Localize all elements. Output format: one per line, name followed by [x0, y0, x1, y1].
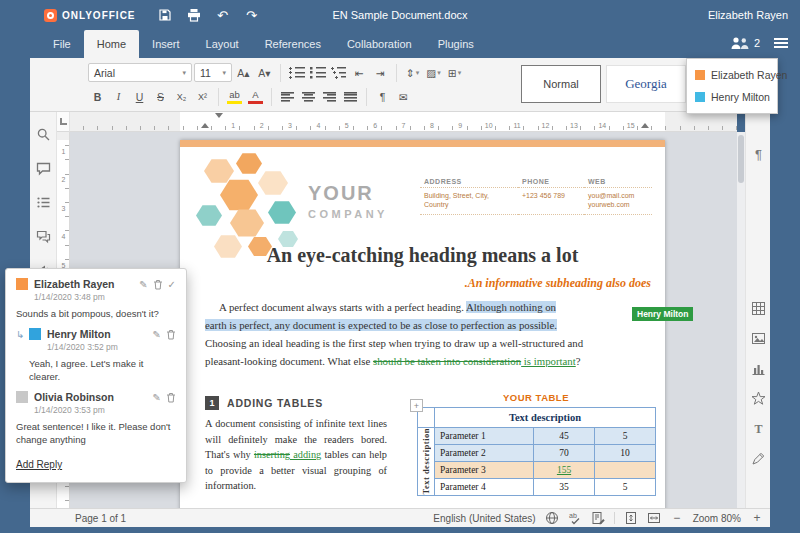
vertical-scrollbar[interactable]	[737, 132, 745, 508]
tracked-deletion: should be taken into consideration	[373, 355, 521, 367]
multilevel-list-button[interactable]	[329, 63, 348, 82]
collab-user-row[interactable]: Elizabeth Rayen	[687, 64, 777, 86]
print-icon	[187, 8, 201, 22]
numbered-list-icon	[310, 67, 326, 79]
coediting-user-marker: Henry Milton	[632, 307, 693, 321]
right-indent-marker[interactable]	[641, 123, 649, 128]
delete-comment-icon[interactable]	[166, 392, 176, 403]
comments-button[interactable]	[35, 160, 52, 177]
decrement-font-button[interactable]: A▾	[255, 63, 274, 82]
style-georgia[interactable]: Georgia	[606, 65, 686, 103]
language-selector[interactable]: English (United States)	[433, 513, 535, 524]
document-page[interactable]: YOUR COMPANY ADDRESS PHONE WEB Building,…	[180, 140, 665, 508]
company-name-top: YOUR	[308, 182, 388, 205]
paragraph-shading-button[interactable]: ▨▾	[424, 63, 443, 82]
company-name: YOUR COMPANY	[308, 182, 388, 220]
align-left-button[interactable]	[278, 87, 297, 106]
table-move-handle[interactable]: +	[410, 399, 423, 412]
tab-collaboration[interactable]: Collaboration	[334, 30, 425, 58]
collab-user-row[interactable]: Henry Milton	[687, 86, 777, 108]
zoom-in-button[interactable]: +	[750, 511, 764, 525]
tab-stop-selector[interactable]	[57, 112, 70, 132]
resolve-comment-icon[interactable]: ✓	[168, 279, 176, 290]
delete-comment-icon[interactable]	[153, 279, 163, 290]
tab-insert[interactable]: Insert	[139, 30, 193, 58]
align-justify-button[interactable]	[341, 87, 360, 106]
tab-references[interactable]: References	[252, 30, 334, 58]
tab-layout[interactable]: Layout	[193, 30, 252, 58]
mail-merge-button[interactable]: ✉	[394, 87, 413, 106]
first-line-indent-marker[interactable]	[215, 113, 223, 118]
italic-button[interactable]: I	[109, 87, 128, 106]
signature-settings-button[interactable]	[750, 450, 767, 467]
strikethrough-button[interactable]: S	[151, 87, 170, 106]
align-center-button[interactable]	[299, 87, 318, 106]
nonprinting-characters-button[interactable]: ¶	[373, 87, 392, 106]
fit-width-button[interactable]	[647, 511, 661, 525]
subscript-button[interactable]: X₂	[172, 87, 191, 106]
print-button[interactable]	[185, 6, 203, 24]
zoom-out-button[interactable]: −	[670, 511, 684, 525]
search-button[interactable]	[35, 126, 52, 143]
chart-settings-button[interactable]	[750, 360, 767, 377]
delete-comment-icon[interactable]	[166, 329, 176, 340]
increment-font-button[interactable]: A▴	[234, 63, 253, 82]
numbered-list-button[interactable]	[308, 63, 327, 82]
tab-home[interactable]: Home	[84, 30, 139, 58]
ruler-number: 8	[418, 122, 446, 129]
spellcheck-button[interactable]: ab	[568, 511, 582, 525]
collaboration-users-button[interactable]: 2	[730, 36, 760, 50]
hamburger-menu-icon[interactable]	[774, 38, 788, 48]
chat-button[interactable]	[35, 228, 52, 245]
bold-button[interactable]: B	[88, 87, 107, 106]
collaboration-users-dropdown: Elizabeth Rayen Henry Milton	[686, 58, 778, 114]
tab-file[interactable]: File	[40, 30, 84, 58]
font-color-button[interactable]: A	[246, 87, 265, 106]
shape-settings-button[interactable]	[750, 390, 767, 407]
edit-comment-icon[interactable]: ✎	[153, 392, 161, 403]
tab-plugins[interactable]: Plugins	[425, 30, 487, 58]
underline-button[interactable]: U	[130, 87, 149, 106]
ruler-numbers: 123456789101112131415	[70, 114, 737, 132]
ruler-number: 3	[57, 205, 70, 233]
scrollbar-thumb[interactable]	[738, 135, 744, 183]
track-changes-button[interactable]	[591, 511, 605, 525]
align-right-button[interactable]	[320, 87, 339, 106]
image-settings-button[interactable]	[750, 330, 767, 347]
textart-settings-button[interactable]: T	[750, 420, 767, 437]
table-cell: 5	[595, 479, 656, 496]
decrease-indent-button[interactable]: ⇤	[350, 63, 369, 82]
borders-button[interactable]: ⊞▾	[445, 63, 464, 82]
redo-button[interactable]: ↷	[243, 6, 261, 24]
save-button[interactable]	[156, 6, 174, 24]
bullet-list-button[interactable]	[287, 63, 306, 82]
table-settings-button[interactable]	[750, 300, 767, 317]
font-name-select[interactable]: Arial ▾	[88, 63, 192, 82]
app-logo: ONLYOFFICE	[44, 9, 136, 22]
ruler-number: 12	[531, 122, 559, 129]
undo-button[interactable]: ↶	[214, 6, 232, 24]
style-normal[interactable]: Normal	[521, 65, 601, 103]
chart-icon	[751, 361, 766, 376]
font-size-select[interactable]: 11 ▾	[194, 63, 232, 82]
divider	[280, 64, 281, 82]
increase-indent-button[interactable]: ⇥	[371, 63, 390, 82]
navigation-button[interactable]	[35, 194, 52, 211]
fit-page-button[interactable]	[624, 511, 638, 525]
add-reply-link[interactable]: Add Reply	[16, 459, 62, 470]
table-icon	[751, 301, 766, 316]
highlight-color-button[interactable]: ab	[225, 87, 244, 106]
line-spacing-button[interactable]: ⇕▾	[403, 63, 422, 82]
ruler-number: 1	[219, 122, 247, 129]
comment-text: Sounds a bit pompous, doesn't it?	[16, 307, 176, 320]
left-indent-marker[interactable]	[201, 123, 209, 128]
table-cell: 10	[595, 445, 656, 462]
superscript-button[interactable]: X²	[193, 87, 212, 106]
paragraph-settings-button[interactable]: ¶	[750, 146, 767, 163]
avatar	[16, 391, 28, 403]
save-icon	[158, 8, 172, 22]
set-language-button[interactable]	[545, 511, 559, 525]
data-table[interactable]: Text description Text description Parame…	[417, 407, 656, 496]
edit-comment-icon[interactable]: ✎	[153, 329, 161, 340]
edit-comment-icon[interactable]: ✎	[139, 279, 147, 290]
